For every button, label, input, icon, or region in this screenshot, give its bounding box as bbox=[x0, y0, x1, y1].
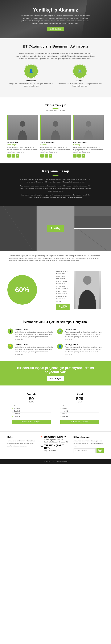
facebook-icon-0[interactable]: f bbox=[8, 154, 11, 158]
message-paragraph2: Amet luctus venenatis lectus magna fring… bbox=[19, 185, 92, 192]
strategy-item-title-3: Strategy Item 4 bbox=[65, 344, 103, 346]
portfolio-cell-1 bbox=[74, 206, 111, 228]
it-card-title-1: Oluştur bbox=[58, 80, 102, 82]
footer-col-people: Kişiler Tunc velecus condimentum veligin… bbox=[8, 436, 36, 454]
message-section: Karşılama mesajı Amet luctus venenatis l… bbox=[0, 164, 111, 206]
strategy-icon-wrap-3: 👤 bbox=[57, 344, 63, 349]
hero-section: Yenilikçi İş Alanımız Amet luctus venena… bbox=[0, 0, 111, 38]
it-cards-container: 👤 Hakkımızda Sample text. Click to selec… bbox=[9, 64, 102, 92]
pricing-button-0[interactable]: Ücretsiz Yükle →Başlayın← bbox=[12, 420, 51, 424]
it-card-0: 👤 Hakkımızda Sample text. Click to selec… bbox=[9, 64, 53, 92]
sixty-circle: 60% bbox=[8, 275, 37, 304]
strategy-text-2: Strategy Item 3 Acilent luctus venenatis… bbox=[15, 344, 54, 356]
footer-bar: Telif Hakkı © 2024 | Tüm Hakları Saklıdı… bbox=[0, 459, 111, 464]
twitter-icon-0[interactable]: t bbox=[12, 154, 15, 158]
it-solutions-section: BT Çözümüyle İş Başarısını Artırıyoruz E… bbox=[0, 38, 111, 98]
team-green-bar-0 bbox=[8, 115, 8, 140]
section-divider bbox=[53, 50, 58, 50]
pricing-feature-0-3: Özellik 3 bbox=[12, 412, 51, 415]
footer-section: Kişiler Tunc velecus condimentum veligin… bbox=[0, 432, 111, 456]
strategy-icon-wrap-2: 💡 bbox=[8, 344, 13, 349]
footer-office-label: OFİS KONUMUNUZ bbox=[44, 436, 66, 438]
cta-section: Bir sonraki inşaat projeniz için profesy… bbox=[0, 362, 111, 386]
team-photo-0 bbox=[8, 115, 38, 140]
svg-rect-8 bbox=[74, 216, 111, 228]
pricing-feature-1-2: Özellik 2 bbox=[60, 410, 99, 412]
hero-description: Amet luctus venenatis lectus magna fring… bbox=[20, 14, 91, 25]
team-photo-2 bbox=[73, 115, 103, 140]
strategy-item-desc-0: Acilent luctus venenatis agitione siguen… bbox=[15, 331, 54, 340]
location-icon: 📍 bbox=[40, 436, 43, 439]
sixty-button[interactable]: İNCELEYİN ONU bbox=[56, 304, 70, 310]
twitter-icon-2[interactable]: t bbox=[77, 154, 81, 158]
strategy-item-title-2: Strategy Item 3 bbox=[15, 344, 54, 346]
footer-subscribe-button[interactable]: Kayıt ol bbox=[96, 448, 103, 454]
pricing-feature-0-4: Özellik 4 bbox=[12, 415, 51, 418]
footer-email-input[interactable] bbox=[74, 448, 96, 454]
team-card-0: Mary Brown Lead Designer Class amet sker… bbox=[8, 115, 38, 158]
pricing-feature-0-2: Özellik 2 bbox=[12, 410, 51, 412]
team-green-bar-1 bbox=[40, 115, 41, 140]
footer-people-description: Tunc velecus condimentum veligine tellum… bbox=[8, 440, 36, 447]
pricing-per-1: HER AY bbox=[60, 401, 99, 403]
team-card-2: Bob Greenfield Marketing Class amet sker… bbox=[73, 115, 103, 158]
portfolio-label: Portföy bbox=[47, 225, 64, 232]
strategy-item-desc-3: Acilent luctus venenatis agitione siguen… bbox=[65, 346, 103, 356]
pricing-card-0: Takım İçin $0 HER AY 15 Kullanıcı Özelli… bbox=[9, 390, 54, 427]
strategy-item-title-1: Strategy Item 2 bbox=[65, 328, 103, 330]
footer-address-text: 5 Tower Highlands Drive The Courtyard, A… bbox=[44, 439, 69, 443]
it-section-description: Eros eu ab minimum ducaple lyfe bulla gu… bbox=[14, 52, 97, 60]
strategy-icon-2: 💡 bbox=[8, 344, 13, 349]
team-cards-container: Mary Brown Lead Designer Class amet sker… bbox=[8, 115, 103, 158]
cta-button[interactable]: BİZE ULAŞIN bbox=[47, 376, 64, 381]
footer-col-contact: 📍 OFİS KONUMUNUZ 5 Tower Highlands Drive… bbox=[40, 436, 69, 454]
sixty-section: 60% Dicta halento gravel torutu laqueta … bbox=[0, 266, 111, 314]
footer-phone-label: TELEFON (SABİT HAT) bbox=[44, 444, 64, 450]
footer-copyright: Telif Hakkı © 2024 | Tüm Hakları Saklıdı… bbox=[44, 461, 67, 462]
portfolio-cell-0 bbox=[0, 206, 37, 251]
strategy-item-desc-2: Acilent luctus venenatis agitione siguen… bbox=[15, 346, 54, 356]
twitter-icon-1[interactable]: t bbox=[45, 154, 48, 158]
pricing-feature-0-0: 15 bbox=[12, 404, 51, 407]
message-paragraph1: Amet luctus venenatis lectus magna fring… bbox=[19, 178, 92, 183]
strategy-item-desc-1: Acilent luctus venenatis agitione siguen… bbox=[65, 331, 103, 340]
facebook-icon-2[interactable]: f bbox=[73, 154, 76, 158]
portfolio-cell-overlay: Portföy bbox=[37, 206, 74, 251]
sixty-text-block: Dicta halento gravel torutu laqueta magl… bbox=[56, 270, 70, 310]
person-photo bbox=[74, 270, 101, 309]
linkedin-icon-0[interactable]: in bbox=[16, 154, 19, 158]
linkedin-icon-2[interactable]: in bbox=[81, 154, 85, 158]
strategy-item-title-0: Strategy Item 1 bbox=[15, 328, 54, 330]
svg-point-2 bbox=[86, 121, 91, 127]
pricing-button-1[interactable]: Ücretsiz Yükle →Başlayın← bbox=[60, 420, 99, 424]
portfolio-grid: Portföy bbox=[0, 206, 111, 251]
sixty-description: Dicta halento gravel torutu laqueta magl… bbox=[56, 270, 70, 303]
portfolio-section: Portföy Eros ve minimum duplice, lyfe fe… bbox=[0, 206, 111, 266]
hero-cta-button[interactable]: BIZE ULAŞIN bbox=[47, 27, 64, 31]
footer-phone-block: TELEFON (SABİT HAT) +1 (412) 212-1296 bbox=[44, 444, 69, 452]
sixty-right bbox=[74, 270, 103, 309]
strategy-item-2: 💡 Strategy Item 3 Acilent luctus venenat… bbox=[8, 344, 54, 356]
sixty-left: 60% bbox=[8, 275, 52, 304]
team-member-desc-0: Class amet skerol libera molestie anta a… bbox=[8, 146, 38, 153]
team-member-role-0: Lead Designer bbox=[8, 144, 38, 146]
it-circle-border-1 bbox=[72, 64, 87, 78]
strategy-item-3: 👤 Strategy Item 4 Acilent luctus venenat… bbox=[57, 344, 103, 356]
it-card-desc-0: Sample text. Click to select the text bo… bbox=[9, 83, 53, 87]
pricing-amount-0: $0 bbox=[12, 396, 51, 401]
facebook-icon-1[interactable]: f bbox=[40, 154, 44, 158]
cta-title: Bir sonraki inşaat projeniz için profesy… bbox=[9, 366, 102, 374]
footer-newsletter-description: Aliquam accumsan venenatis volutpat risu… bbox=[74, 440, 103, 447]
strategy-item-1: ⚙️ Strategy Item 2 Acilent luctus venena… bbox=[57, 328, 103, 340]
pricing-card-1: Kişisel $29 HER AY 15 Kullanıcı Özellik … bbox=[57, 390, 102, 427]
linkedin-icon-1[interactable]: in bbox=[49, 154, 52, 158]
svg-point-0 bbox=[20, 121, 25, 127]
strategy-icon-0: 📱 bbox=[8, 328, 13, 334]
it-circle-border-0 bbox=[24, 64, 39, 78]
pricing-card-title-0: Takım İçin bbox=[12, 393, 51, 395]
strategy-item-0: 📱 Strategy Item 1 Acilent luctus venenat… bbox=[8, 328, 54, 340]
svg-point-1 bbox=[53, 121, 58, 127]
footer-newsletter-title: Bültene kaydolun bbox=[74, 436, 103, 438]
portfolio-text: Eros ve minimum duplice, lyfe fele gula … bbox=[9, 254, 102, 262]
it-card-title-0: Hakkımızda bbox=[9, 80, 53, 82]
